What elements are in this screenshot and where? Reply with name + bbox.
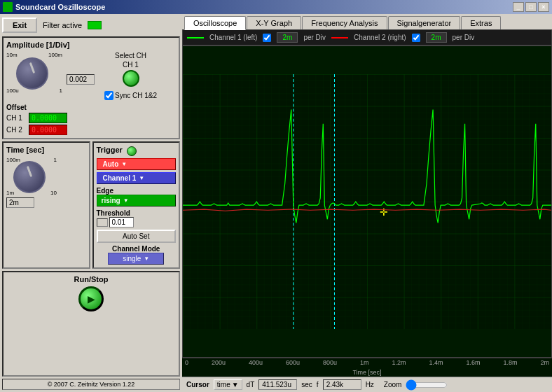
run-stop-button[interactable]	[78, 286, 104, 312]
ch2-offset-label: CH 2	[6, 126, 26, 134]
svg-rect-2	[183, 74, 551, 329]
scope-display: ✛	[182, 46, 552, 358]
amp-scale-tr: 100m	[48, 52, 62, 58]
top-controls: Exit Filter active	[2, 16, 180, 34]
threshold-input-area	[97, 217, 177, 227]
amplitude-panel: Amplitude [1/Div] 10m 100m 100u 1 0.002	[2, 36, 180, 139]
maximize-button[interactable]: □	[525, 2, 537, 12]
cursor-type-dropdown[interactable]: time ▼	[214, 379, 242, 390]
ch2-offset-input[interactable]	[29, 125, 67, 135]
ch2-checkbox[interactable]	[412, 34, 420, 42]
scope-svg: ✛	[183, 46, 551, 357]
ch1-label: CH 1	[123, 61, 139, 69]
threshold-section: Threshold	[97, 209, 177, 227]
x-axis-title: Time [sec]	[182, 367, 552, 377]
x-axis-title-text: Time [sec]	[352, 369, 381, 376]
ch1-offset-input[interactable]	[29, 113, 67, 123]
time-scale-br: 10	[50, 190, 57, 196]
run-stop-title: Run/Stop	[6, 275, 176, 284]
amplitude-knob[interactable]	[16, 57, 48, 90]
time-title: Time [sec]	[6, 146, 86, 154]
ch1-checkbox[interactable]	[263, 34, 271, 42]
ch1-per-div-label: per Div	[303, 34, 326, 41]
auto-set-button[interactable]: Auto Set	[97, 230, 177, 243]
trigger-controls: Auto ▼ Channel 1 ▼ Edge rising ▼	[97, 158, 177, 265]
channel-mode-arrow: ▼	[144, 255, 149, 262]
run-stop-section: Run/Stop	[2, 271, 180, 377]
minimize-button[interactable]: _	[513, 2, 524, 12]
amplitude-title: Amplitude [1/Div]	[6, 41, 176, 49]
dt-value: 411.523u	[258, 379, 297, 390]
close-button[interactable]: ×	[538, 2, 549, 12]
dt-label: dT	[247, 381, 255, 388]
right-panel: Oscilloscope X-Y Graph Frequency Analysi…	[182, 14, 552, 392]
time-scale-tl: 100m	[6, 157, 20, 163]
amplitude-knob-area: 10m 100m 100u 1	[6, 52, 62, 94]
x-label-14m: 1.4m	[429, 359, 443, 366]
time-knob[interactable]	[13, 161, 46, 193]
zoom-slider[interactable]	[406, 380, 448, 390]
amp-scale-bl: 100u	[6, 88, 19, 94]
edge-section: Edge rising ▼	[97, 186, 177, 206]
main-container: Exit Filter active Amplitude [1/Div] 10m…	[0, 14, 552, 392]
tab-signal-generator[interactable]: Signalgenerator	[388, 16, 461, 29]
threshold-label: Threshold	[97, 209, 130, 217]
ch1-per-div-input[interactable]	[277, 32, 298, 43]
x-label-600u: 600u	[286, 359, 300, 366]
title-bar: Soundcard Oszilloscope _ □ ×	[0, 0, 552, 14]
x-label-2m: 2m	[540, 359, 549, 366]
threshold-slider[interactable]	[97, 218, 108, 227]
ch2-per-div-input[interactable]	[426, 32, 447, 43]
ch1-channel-label: Channel 1 (left)	[209, 34, 257, 41]
tab-extras[interactable]: Extras	[461, 16, 501, 29]
left-panel: Exit Filter active Amplitude [1/Div] 10m…	[0, 14, 182, 392]
trigger-indicator	[127, 146, 137, 156]
x-label-1m: 1m	[360, 359, 369, 366]
x-label-200u: 200u	[212, 359, 226, 366]
f-value: 2.43k	[323, 379, 361, 390]
amp-scale-br: 1	[60, 88, 62, 94]
tab-frequency-analysis[interactable]: Frequency Analysis	[302, 16, 387, 29]
bottom-bar: Cursor time ▼ dT 411.523u sec f 2.43k Hz…	[182, 377, 552, 392]
trigger-mode-arrow: ▼	[121, 161, 127, 167]
trigger-mode-dropdown[interactable]: Auto ▼	[97, 158, 177, 170]
channel-mode-label: Channel Mode	[97, 245, 177, 253]
ch2-line-indicator	[331, 37, 348, 38]
select-ch-title: Select CH	[115, 52, 146, 59]
ch1-line-indicator	[187, 37, 204, 38]
ch2-offset-row: CH 2	[6, 125, 176, 135]
ch1-indicator[interactable]	[123, 70, 139, 87]
sync-checkbox[interactable]	[104, 91, 113, 100]
x-label-800u: 800u	[323, 359, 337, 366]
exit-button[interactable]: Exit	[2, 18, 37, 33]
app-title: Soundcard Oszilloscope	[15, 3, 105, 11]
threshold-input[interactable]	[109, 217, 134, 227]
trigger-channel-dropdown[interactable]: Channel 1 ▼	[97, 172, 177, 184]
ch1-offset-row: CH 1	[6, 113, 176, 123]
sync-label: Sync CH 1&2	[115, 92, 157, 99]
time-scale-tr: 1	[54, 157, 57, 163]
amplitude-value-display: 0.002	[67, 74, 95, 85]
tab-oscilloscope[interactable]: Oscilloscope	[184, 16, 246, 30]
tab-xy-graph[interactable]: X-Y Graph	[247, 16, 301, 29]
time-value-area: 2m	[6, 197, 86, 208]
channel-mode-area: Channel Mode single ▼	[97, 245, 177, 265]
window-controls: _ □ ×	[513, 2, 549, 12]
x-label-16m: 1.6m	[466, 359, 480, 366]
cursor-dropdown-arrow: ▼	[232, 381, 239, 388]
time-value-display: 2m	[6, 197, 34, 208]
channel-mode-dropdown[interactable]: single ▼	[108, 253, 164, 265]
offset-section: Offset CH 1 CH 2	[6, 103, 176, 135]
trigger-header: Trigger	[97, 146, 177, 157]
crosshair-marker: ✛	[380, 206, 388, 218]
trigger-panel: Trigger Auto ▼ Channel 1 ▼ Edge	[92, 141, 181, 269]
edge-dropdown[interactable]: rising ▼	[97, 195, 177, 206]
offset-title: Offset	[6, 104, 27, 111]
tabs-bar: Oscilloscope X-Y Graph Frequency Analysi…	[182, 14, 552, 29]
x-label-400u: 400u	[249, 359, 263, 366]
select-ch-area: Select CH CH 1 Sync CH 1&2	[104, 52, 157, 100]
filter-label: Filter active	[43, 21, 82, 29]
channel-controls: Channel 1 (left) per Div Channel 2 (righ…	[182, 29, 552, 46]
time-scale-bl: 1m	[6, 190, 14, 196]
copyright: © 2007 C. Zeitnitz Version 1.22	[2, 379, 180, 390]
